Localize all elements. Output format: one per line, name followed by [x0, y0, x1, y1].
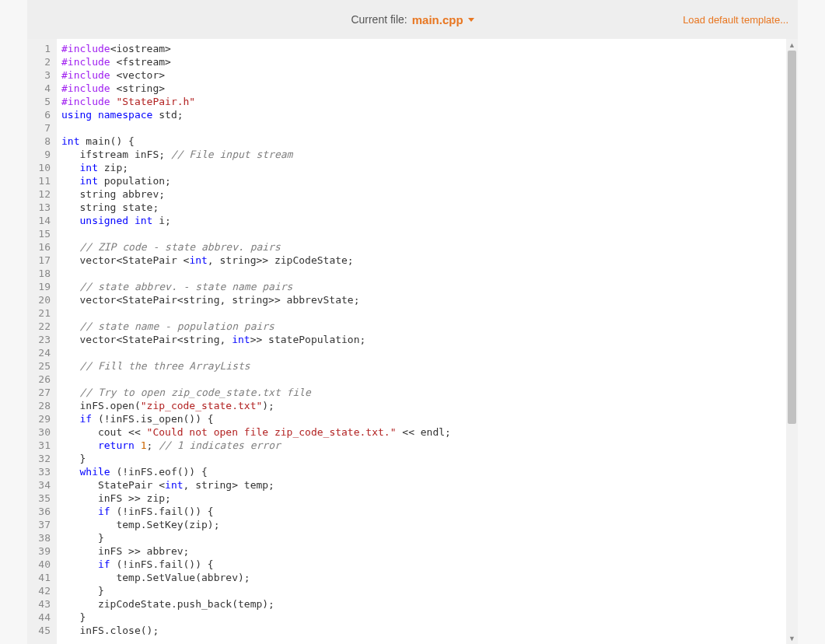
line-number: 16: [27, 240, 57, 254]
code-editor[interactable]: 1234567891011121314151617181920212223242…: [27, 39, 798, 644]
code-line[interactable]: ifstream inFS; // File input stream: [61, 148, 786, 161]
code-line[interactable]: #include "StatePair.h": [61, 95, 786, 108]
code-line[interactable]: // state name - population pairs: [61, 320, 786, 333]
line-number: 42: [27, 584, 57, 597]
line-number: 39: [27, 544, 57, 558]
code-line[interactable]: #include <vector>: [61, 68, 786, 82]
line-number: 15: [27, 227, 57, 240]
line-number: 17: [27, 254, 57, 267]
code-line[interactable]: inFS >> abbrev;: [61, 544, 786, 558]
vertical-scrollbar[interactable]: ▲ ▼: [786, 39, 798, 644]
code-line[interactable]: [61, 227, 786, 240]
code-line[interactable]: [61, 267, 786, 280]
code-line[interactable]: [61, 306, 786, 320]
code-line[interactable]: string abbrev;: [61, 187, 786, 201]
line-number: 10: [27, 161, 57, 174]
line-number: 20: [27, 293, 57, 306]
line-number-gutter: 1234567891011121314151617181920212223242…: [27, 39, 57, 644]
code-line[interactable]: int zip;: [61, 161, 786, 174]
line-number: 26: [27, 373, 57, 386]
line-number: 38: [27, 531, 57, 544]
line-number: 43: [27, 597, 57, 611]
code-line[interactable]: // state abbrev. - state name pairs: [61, 280, 786, 293]
code-line[interactable]: string state;: [61, 201, 786, 214]
code-line[interactable]: }: [61, 452, 786, 465]
code-line[interactable]: if (!inFS.fail()) {: [61, 558, 786, 571]
code-line[interactable]: // Try to open zip_code_state.txt file: [61, 386, 786, 399]
code-line[interactable]: inFS.close();: [61, 624, 786, 637]
code-line[interactable]: inFS.open("zip_code_state.txt");: [61, 399, 786, 412]
line-number: 27: [27, 386, 57, 399]
code-line[interactable]: using namespace std;: [61, 108, 786, 121]
code-line[interactable]: }: [61, 531, 786, 544]
current-file-name-text: main.cpp: [412, 13, 463, 26]
line-number: 2: [27, 55, 57, 68]
code-line[interactable]: vector<StatePair<string, string>> abbrev…: [61, 293, 786, 306]
code-line[interactable]: int main() {: [61, 135, 786, 148]
line-number: 18: [27, 267, 57, 280]
load-default-template-link[interactable]: Load default template...: [683, 14, 788, 26]
code-line[interactable]: vector<StatePair <int, string>> zipCodeS…: [61, 254, 786, 267]
line-number: 6: [27, 108, 57, 121]
code-line[interactable]: vector<StatePair<string, int>> statePopu…: [61, 333, 786, 346]
code-line[interactable]: }: [61, 584, 786, 597]
line-number: 36: [27, 505, 57, 518]
app-container: Current file: main.cpp Load default temp…: [0, 0, 825, 644]
code-line[interactable]: #include<iostream>: [61, 42, 786, 55]
current-file-dropdown[interactable]: main.cpp: [412, 13, 474, 26]
code-line[interactable]: [61, 121, 786, 135]
line-number: 25: [27, 359, 57, 373]
line-number: 24: [27, 346, 57, 359]
code-line[interactable]: unsigned int i;: [61, 214, 786, 227]
code-line[interactable]: }: [61, 611, 786, 624]
code-line[interactable]: [61, 373, 786, 386]
line-number: 23: [27, 333, 57, 346]
code-line[interactable]: // Fill the three ArrayLists: [61, 359, 786, 373]
code-line[interactable]: while (!inFS.eof()) {: [61, 465, 786, 478]
line-number: 30: [27, 425, 57, 439]
code-line[interactable]: zipCodeState.push_back(temp);: [61, 597, 786, 611]
line-number: 40: [27, 558, 57, 571]
code-line[interactable]: return 1; // 1 indicates error: [61, 439, 786, 452]
code-line[interactable]: StatePair <int, string> temp;: [61, 478, 786, 492]
file-header-bar: Current file: main.cpp Load default temp…: [27, 0, 798, 39]
code-line[interactable]: if (!inFS.fail()) {: [61, 505, 786, 518]
line-number: 29: [27, 412, 57, 425]
line-number: 21: [27, 306, 57, 320]
code-line[interactable]: #include <fstream>: [61, 55, 786, 68]
line-number: 32: [27, 452, 57, 465]
code-line[interactable]: #include <string>: [61, 82, 786, 95]
line-number: 31: [27, 439, 57, 452]
line-number: 35: [27, 492, 57, 505]
current-file-label: Current file:: [351, 13, 407, 26]
code-line[interactable]: if (!inFS.is_open()) {: [61, 412, 786, 425]
line-number: 9: [27, 148, 57, 161]
code-line[interactable]: // ZIP code - state abbrev. pairs: [61, 240, 786, 254]
code-line[interactable]: [61, 346, 786, 359]
line-number: 44: [27, 611, 57, 624]
scroll-thumb[interactable]: [788, 51, 796, 424]
code-line[interactable]: temp.SetKey(zip);: [61, 518, 786, 531]
code-content[interactable]: #include<iostream>#include <fstream>#inc…: [57, 39, 786, 644]
line-number: 7: [27, 121, 57, 135]
line-number: 41: [27, 571, 57, 584]
line-number: 5: [27, 95, 57, 108]
line-number: 3: [27, 68, 57, 82]
code-line[interactable]: int population;: [61, 174, 786, 187]
chevron-down-icon: [468, 18, 474, 22]
line-number: 37: [27, 518, 57, 531]
code-line[interactable]: temp.SetValue(abbrev);: [61, 571, 786, 584]
line-number: 19: [27, 280, 57, 293]
line-number: 14: [27, 214, 57, 227]
scroll-down-icon[interactable]: ▼: [786, 632, 798, 644]
line-number: 28: [27, 399, 57, 412]
scroll-up-icon[interactable]: ▲: [786, 39, 798, 51]
line-number: 45: [27, 624, 57, 637]
code-line[interactable]: inFS >> zip;: [61, 492, 786, 505]
line-number: 22: [27, 320, 57, 333]
line-number: 33: [27, 465, 57, 478]
line-number: 8: [27, 135, 57, 148]
line-number: 13: [27, 201, 57, 214]
code-line[interactable]: cout << "Could not open file zip_code_st…: [61, 425, 786, 439]
line-number: 12: [27, 187, 57, 201]
